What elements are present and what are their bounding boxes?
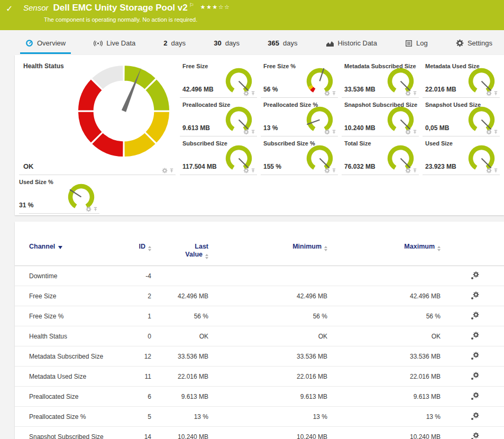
gear-icon[interactable] [405,129,411,135]
tab-2-days[interactable]: 2days [158,33,191,55]
channel-settings-icon[interactable] [471,432,479,439]
gear-icon[interactable] [324,90,330,96]
cell-last: 33.536 MB [157,346,214,367]
cell-channel[interactable]: Downtime [15,266,131,286]
gear-icon[interactable] [405,168,411,173]
pin-icon[interactable] [412,90,418,96]
pin-icon[interactable] [169,168,175,173]
gear-icon[interactable] [486,90,492,96]
gauge-value: 155 % [263,163,281,170]
pin-icon[interactable] [493,90,499,96]
channel-settings-icon[interactable] [471,312,479,319]
cell-channel[interactable]: Preallocated Size % [15,407,131,427]
column-header-tools [446,222,504,266]
cell-id: 12 [131,346,157,367]
pin-icon[interactable] [412,129,418,135]
cell-channel[interactable]: Health Status [15,326,131,346]
gear-icon[interactable] [243,168,249,173]
cell-max: 42.496 MB [333,286,446,306]
pin-icon[interactable] [331,168,337,173]
channel-settings-icon[interactable] [471,392,479,400]
tab-log[interactable]: Log [400,33,433,55]
health-status-tile: Health Status OK [19,59,176,175]
cell-channel[interactable]: Metadata Used Size [15,367,131,387]
gauges-panel: Health Status OK Free Size42.496 MBFree … [15,55,504,215]
star-rating[interactable]: ★★★☆☆ [200,4,231,11]
column-label: Maximum [404,243,435,250]
cell-min: 56 % [214,306,333,326]
pin-icon[interactable] [331,129,337,135]
sort-arrows-icon[interactable] [437,246,441,251]
tab-historic-data[interactable]: Historic Data [320,33,382,55]
gear-icon[interactable] [243,90,249,96]
tab-label: Overview [37,39,66,47]
column-header-last[interactable]: LastValue [157,222,214,266]
channel-settings-icon[interactable] [471,352,479,360]
gauge-value: 10.240 MB [344,124,375,132]
health-gauge-dial [74,61,173,161]
cell-channel[interactable]: Snapshot Subscribed Size [15,427,131,439]
gauge-tile-free-size: Free Size %56 % [261,59,338,98]
cell-max [333,266,446,286]
pin-icon[interactable] [93,206,98,212]
tab-365-days[interactable]: 365days [262,33,303,55]
gear-icon[interactable] [486,168,492,173]
cell-max: 10.240 MB [333,427,446,439]
gear-icon[interactable] [86,206,91,212]
pin-icon[interactable] [250,90,256,96]
gauge-tile-free-size: Free Size42.496 MB [180,59,257,98]
gear-icon[interactable] [486,129,492,135]
channel-settings-icon[interactable] [471,372,479,380]
gear-icon[interactable] [405,90,411,96]
gear-icon[interactable] [243,129,249,135]
channel-settings-icon[interactable] [471,271,479,279]
sort-arrows-icon[interactable] [205,254,208,259]
cell-tools [446,266,504,286]
pin-icon[interactable] [412,168,418,173]
column-header-max[interactable]: Maximum [333,222,446,266]
channel-settings-icon[interactable] [471,332,479,340]
column-label: Value [185,251,203,258]
column-header-id[interactable]: ID [131,222,157,266]
tab-number: 30 [214,39,221,47]
flag-icon[interactable]: ⚐ [189,2,194,8]
pin-icon[interactable] [493,168,499,173]
tab-live-data[interactable]: Live Data [88,33,141,55]
sort-arrows-icon[interactable] [324,246,327,251]
tab-label: Historic Data [338,39,377,47]
tab-overview[interactable]: Overview [20,33,71,55]
gear-icon[interactable] [324,168,330,173]
cell-min: 10.240 MB [214,427,333,439]
pin-icon[interactable] [493,129,499,135]
channel-settings-icon[interactable] [471,412,479,420]
tab-label: Settings [468,39,492,47]
gauge-value: 33.536 MB [344,86,375,93]
pin-icon[interactable] [250,129,256,135]
column-header-min[interactable]: Minimum [214,222,333,266]
tab-30-days[interactable]: 30days [208,33,245,55]
cell-id: 0 [131,326,157,346]
tab-settings[interactable]: Settings [451,33,498,55]
cell-channel[interactable]: Preallocated Size [15,387,131,407]
tab-label: Log [416,39,428,47]
cell-id: 1 [131,306,157,326]
cell-channel[interactable]: Free Size [15,286,131,306]
gear-icon[interactable] [324,129,330,135]
cell-channel[interactable]: Free Size % [15,306,131,326]
cell-min [214,266,333,286]
gear-icon[interactable] [162,168,168,173]
gauge-value: 56 % [263,86,278,93]
channel-settings-icon[interactable] [471,291,479,299]
gauge-tile-subscribed-size: Subscribed Size %155 % [261,136,338,175]
cell-channel[interactable]: Metadata Subscribed Size [15,346,131,367]
pin-icon[interactable] [250,168,256,173]
gauge-value: 9.613 MB [182,124,210,132]
pin-icon[interactable] [331,90,337,96]
cell-min: 22.016 MB [214,367,333,387]
sort-arrows-icon[interactable] [148,246,151,251]
sensor-type-label: Sensor [23,3,49,12]
cell-last: 13 % [157,407,214,427]
cell-max: 22.016 MB [333,367,446,387]
table-header-row: ChannelIDLastValueMinimumMaximum [15,222,504,266]
column-header-channel[interactable]: Channel [15,222,131,266]
